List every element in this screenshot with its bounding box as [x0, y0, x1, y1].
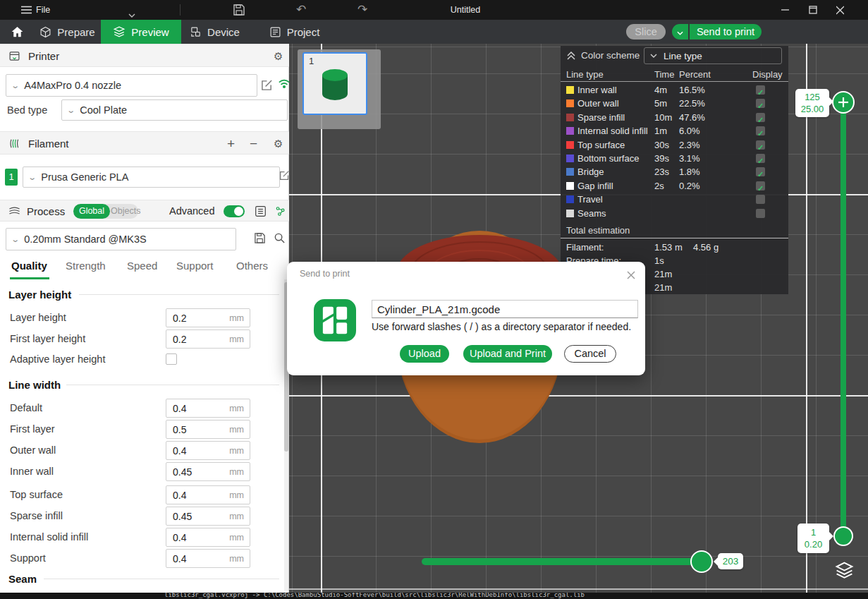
- display-checkbox[interactable]: [756, 195, 765, 204]
- chevron-down-icon: ⌄: [11, 81, 20, 90]
- layer-slider-top-handle[interactable]: [832, 91, 855, 114]
- tab-speed[interactable]: Speed: [127, 260, 157, 272]
- filament-icon: [8, 138, 21, 150]
- stat-value: 21m: [654, 282, 672, 294]
- layer-slider-track[interactable]: [841, 102, 846, 537]
- printer-preset-select[interactable]: ⌄ A4MaxPro 0.4 nozzle: [6, 74, 257, 97]
- display-checkbox[interactable]: [756, 126, 765, 135]
- home-icon: [11, 25, 24, 38]
- lw-first-layer-input[interactable]: 0.5mm: [166, 420, 250, 439]
- display-checkbox[interactable]: [756, 113, 765, 122]
- scope-toggle[interactable]: Global Objects: [73, 204, 138, 219]
- process-preset-select[interactable]: ⌄ 0.20mm Standard @MK3S: [6, 228, 236, 250]
- display-checkbox[interactable]: [756, 154, 765, 163]
- dialog-close-icon[interactable]: [627, 270, 635, 282]
- file-menu[interactable]: File: [36, 0, 50, 20]
- advanced-label: Advanced: [169, 200, 215, 222]
- tune-parameters-icon[interactable]: [275, 205, 286, 220]
- redo-icon[interactable]: ↷: [357, 0, 367, 20]
- display-checkbox[interactable]: [756, 209, 765, 218]
- gcode-move-slider-track[interactable]: [422, 558, 711, 565]
- plate-major-gridline: [289, 395, 868, 397]
- adaptive-layer-height-checkbox[interactable]: [166, 353, 177, 365]
- scope-global[interactable]: Global: [73, 204, 110, 219]
- filament-section-header: Filament + − ⚙: [0, 131, 289, 155]
- upload-button[interactable]: Upload: [400, 345, 449, 363]
- display-checkbox[interactable]: [756, 99, 765, 108]
- search-icon[interactable]: [274, 232, 286, 247]
- toolbar-divider: [180, 4, 181, 16]
- gcode-move-slider-handle[interactable]: [690, 550, 713, 573]
- lw-default-input[interactable]: 0.4mm: [166, 399, 250, 418]
- lw-support-input[interactable]: 0.4mm: [166, 549, 250, 568]
- window-title: Untitled: [423, 0, 508, 20]
- plate-edge-line: [289, 588, 868, 590]
- tab-strength[interactable]: Strength: [66, 260, 106, 272]
- lw-outer-wall-label: Outer wall: [10, 441, 56, 460]
- filename-input[interactable]: Cylinder_PLA_21m.gcode: [372, 300, 638, 318]
- project-icon: [269, 26, 281, 38]
- lw-internal-solid-label: Internal solid infill: [10, 528, 88, 547]
- background-console-strip: libslic3r_cgal.vcxproj -> C:\Codes\Bambu…: [0, 593, 868, 599]
- scope-objects[interactable]: Objects: [111, 204, 138, 219]
- collapse-legend-icon[interactable]: [566, 51, 576, 63]
- save-icon[interactable]: [233, 4, 245, 19]
- device-icon: [190, 26, 202, 38]
- hamburger-menu-icon[interactable]: [21, 5, 32, 18]
- advanced-toggle[interactable]: [224, 205, 245, 217]
- filament-slot-badge[interactable]: 1: [5, 169, 18, 186]
- layers-view-icon[interactable]: [834, 560, 855, 583]
- legend-row: Gap infill2s0.2%: [561, 179, 788, 193]
- file-menu-chevron-icon[interactable]: [128, 8, 135, 20]
- tab-support[interactable]: Support: [176, 260, 214, 272]
- tab-preview[interactable]: Preview: [101, 20, 181, 44]
- send-options-chevron[interactable]: [672, 24, 688, 40]
- lw-outer-wall-input[interactable]: 0.4mm: [166, 441, 250, 460]
- view-type-select[interactable]: Line type: [644, 47, 782, 64]
- layer-slider-bottom-handle[interactable]: [833, 526, 853, 546]
- upload-and-print-button[interactable]: Upload and Print: [463, 345, 552, 363]
- filament-preset-select[interactable]: ⌄ Prusa Generic PLA: [23, 167, 280, 188]
- lw-sparse-infill-input[interactable]: 0.45mm: [166, 507, 250, 526]
- lw-inner-wall-input[interactable]: 0.45mm: [166, 462, 250, 481]
- lw-internal-solid-input[interactable]: 0.4mm: [166, 528, 250, 547]
- parameter-list-icon[interactable]: [255, 205, 267, 220]
- tab-device[interactable]: Device: [181, 20, 248, 44]
- home-button[interactable]: [0, 20, 34, 44]
- process-icon: [8, 206, 20, 217]
- tab-others[interactable]: Others: [236, 260, 268, 272]
- first-layer-height-input[interactable]: 0.2mm: [166, 329, 250, 349]
- display-checkbox[interactable]: [756, 85, 765, 95]
- tab-quality[interactable]: Quality: [11, 260, 47, 272]
- total-estimation-label: Total estimation: [566, 225, 630, 236]
- display-checkbox[interactable]: [756, 167, 765, 176]
- tab-prepare[interactable]: Prepare: [34, 20, 101, 44]
- minimize-button[interactable]: [776, 0, 794, 20]
- save-preset-icon[interactable]: [254, 232, 266, 247]
- lw-top-surface-label: Top surface: [10, 485, 63, 504]
- printer-settings-gear-icon[interactable]: ⚙: [274, 44, 283, 68]
- remove-filament-icon[interactable]: −: [250, 132, 257, 155]
- send-to-print-button[interactable]: Send to print: [690, 24, 762, 40]
- add-filament-icon[interactable]: +: [227, 132, 235, 155]
- plate-thumbnail[interactable]: 1: [298, 49, 381, 129]
- printer-edit-icon[interactable]: [261, 79, 273, 94]
- cancel-button[interactable]: Cancel: [564, 345, 616, 363]
- lw-sparse-infill-label: Sparse infill: [10, 507, 63, 526]
- close-button[interactable]: [831, 0, 849, 20]
- plate-thumbnail-selected[interactable]: 1: [302, 52, 367, 115]
- layer-slider-top-tooltip: 125 25.00: [795, 89, 829, 117]
- bed-type-select[interactable]: ⌄ Cool Plate: [61, 99, 288, 121]
- undo-icon[interactable]: ↶: [296, 0, 306, 20]
- layer-height-input[interactable]: 0.2mm: [166, 308, 250, 327]
- filament-settings-gear-icon[interactable]: ⚙: [274, 132, 283, 155]
- sidebar: Printer ⚙ ⌄ A4MaxPro 0.4 nozzle Bed type…: [0, 44, 289, 593]
- display-checkbox[interactable]: [756, 181, 765, 190]
- tab-project[interactable]: Project: [261, 20, 328, 44]
- display-checkbox[interactable]: [756, 140, 765, 150]
- lw-first-layer-label: First layer: [10, 420, 55, 439]
- filament-edit-icon[interactable]: [279, 170, 290, 183]
- slice-button[interactable]: Slice: [626, 24, 666, 40]
- lw-top-surface-input[interactable]: 0.4mm: [166, 485, 250, 504]
- maximize-button[interactable]: [804, 0, 822, 20]
